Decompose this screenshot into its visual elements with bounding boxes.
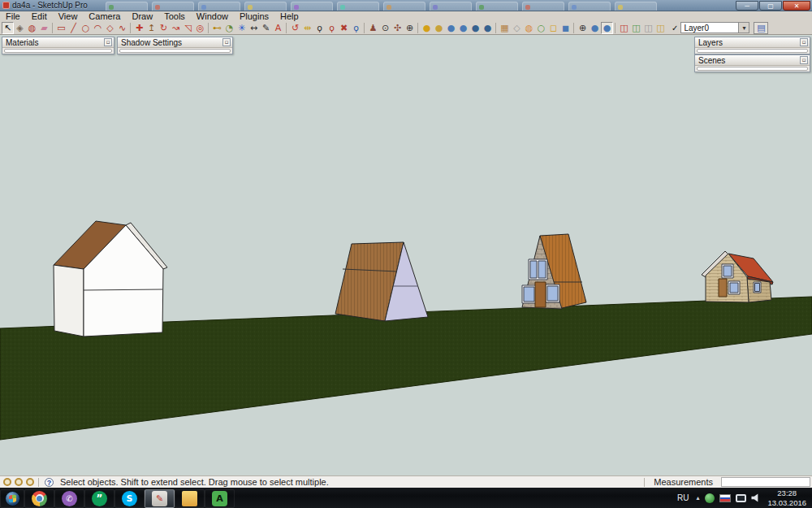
section-plane-icon[interactable]: ◫ bbox=[618, 22, 630, 34]
status-indicator-1-icon[interactable] bbox=[3, 478, 11, 486]
russian-flag-icon[interactable] bbox=[719, 494, 731, 502]
taskbar-explorer[interactable] bbox=[175, 489, 205, 508]
zoom-previous-icon[interactable]: ϙ bbox=[350, 22, 362, 34]
start-button[interactable] bbox=[0, 489, 24, 508]
view-top-icon[interactable]: ● bbox=[433, 22, 445, 34]
stone-aframe-lower-window-right[interactable] bbox=[547, 286, 558, 301]
scenes-panel[interactable]: Scenes ▫ bbox=[694, 54, 810, 72]
materials-close-icon[interactable]: ▫ bbox=[104, 38, 112, 46]
position-camera-icon[interactable]: ♟ bbox=[367, 22, 379, 34]
cottage-upper-window[interactable] bbox=[723, 266, 732, 276]
style-hidden-line-icon[interactable]: ◻ bbox=[547, 22, 559, 34]
menu-help[interactable]: Help bbox=[274, 11, 304, 21]
menu-edit[interactable]: Edit bbox=[26, 11, 53, 21]
cottage-side-window[interactable] bbox=[755, 284, 760, 292]
taskbar-skype[interactable]: S bbox=[114, 489, 145, 508]
view-iso-icon[interactable]: ● bbox=[421, 22, 433, 34]
taskbar-clock[interactable]: 23:28 13.03.2016 bbox=[767, 488, 806, 507]
line-icon[interactable]: ╱ bbox=[67, 22, 80, 34]
menu-draw[interactable]: Draw bbox=[126, 11, 158, 21]
minimize-button[interactable]: ─ bbox=[736, 1, 758, 11]
tape-measure-icon[interactable]: ⊷ bbox=[211, 22, 223, 34]
style-textured-icon[interactable]: ▦ bbox=[499, 22, 511, 34]
menu-view[interactable]: View bbox=[53, 11, 84, 21]
menu-plugins[interactable]: Plugins bbox=[234, 11, 274, 21]
style-monochrome-icon[interactable]: ◇ bbox=[511, 22, 523, 34]
shadow-settings-titlebar[interactable]: Shadow Settings ▫ bbox=[118, 37, 232, 48]
layers-panel[interactable]: Layers ▫ bbox=[694, 37, 810, 54]
viewport[interactable]: Materials ▫ Shadow Settings ▫ Layers ▫ S… bbox=[0, 35, 812, 475]
antivirus-tray-icon[interactable] bbox=[705, 493, 715, 503]
section-fill-icon[interactable]: ◫ bbox=[654, 22, 667, 34]
zoom-icon[interactable]: ϙ bbox=[313, 22, 326, 34]
display-tray-icon[interactable] bbox=[736, 494, 746, 502]
measurements-input[interactable] bbox=[721, 477, 810, 487]
section-display-icon[interactable]: ◫ bbox=[630, 22, 642, 34]
dimensions-icon[interactable]: ↔ bbox=[248, 22, 260, 34]
rectangle-icon[interactable]: ▭ bbox=[55, 22, 67, 34]
menu-window[interactable]: Window bbox=[191, 11, 234, 21]
view-left-icon[interactable]: ● bbox=[469, 22, 482, 34]
scenes-panel-titlebar[interactable]: Scenes ▫ bbox=[695, 55, 810, 66]
fog-toggle-icon[interactable]: ● bbox=[601, 22, 613, 34]
stone-aframe-lower-window-left[interactable] bbox=[524, 287, 534, 302]
layer-combo-dropdown-icon[interactable]: ▾ bbox=[739, 22, 749, 33]
follow-me-icon[interactable]: ↝ bbox=[170, 22, 182, 34]
push-pull-icon[interactable]: ↥ bbox=[145, 22, 158, 34]
close-button[interactable]: ✕ bbox=[783, 1, 810, 11]
style-shaded-icon[interactable]: ◼ bbox=[559, 22, 572, 34]
view-right-icon[interactable]: ● bbox=[482, 22, 494, 34]
menu-camera[interactable]: Camera bbox=[83, 11, 126, 21]
polygon-icon[interactable]: ◇ bbox=[104, 22, 116, 34]
section-cuts-icon[interactable]: ◫ bbox=[642, 22, 654, 34]
walk-icon[interactable]: ✣ bbox=[391, 22, 404, 34]
cottage-door[interactable] bbox=[719, 279, 727, 297]
stone-aframe-upper-window-right[interactable] bbox=[538, 261, 546, 278]
text-icon[interactable]: ✎ bbox=[260, 22, 272, 34]
scene-canvas[interactable] bbox=[0, 35, 812, 475]
move-icon[interactable]: ✚ bbox=[133, 22, 145, 34]
eraser-icon[interactable]: ▰ bbox=[38, 22, 50, 34]
circle-icon[interactable]: ○ bbox=[80, 22, 92, 34]
view-back-icon[interactable]: ● bbox=[457, 22, 469, 34]
select-icon[interactable]: ↖ bbox=[2, 22, 14, 34]
layers-panel-titlebar[interactable]: Layers ▫ bbox=[695, 37, 810, 48]
taskbar-viber[interactable]: ✆ bbox=[54, 489, 84, 508]
status-indicator-2-icon[interactable] bbox=[15, 478, 23, 486]
shadow-settings-close-icon[interactable]: ▫ bbox=[222, 38, 231, 46]
materials-panel-titlebar[interactable]: Materials ▫ bbox=[2, 37, 114, 48]
3d-text-icon[interactable]: A bbox=[272, 22, 284, 34]
status-indicator-3-icon[interactable] bbox=[26, 478, 34, 486]
freehand-icon[interactable]: ∿ bbox=[116, 22, 128, 34]
taskbar-chrome[interactable] bbox=[24, 489, 54, 508]
look-around-icon[interactable]: ⊙ bbox=[379, 22, 391, 34]
house-white-side-wall[interactable] bbox=[54, 265, 84, 336]
menu-file[interactable]: File bbox=[0, 11, 26, 21]
stone-aframe-upper-window-left[interactable] bbox=[530, 261, 537, 278]
zoom-window-icon[interactable]: ϙ bbox=[326, 22, 338, 34]
arc-icon[interactable]: ◠ bbox=[92, 22, 104, 34]
paint-bucket-icon[interactable]: ◍ bbox=[26, 22, 38, 34]
taskbar-sketchup[interactable]: ✎ bbox=[145, 489, 175, 508]
pan-icon[interactable]: ⇹ bbox=[301, 22, 313, 34]
layer-combobox[interactable]: ✓ Layer0 ▾ bbox=[672, 22, 749, 33]
make-component-icon[interactable]: ◈ bbox=[14, 22, 26, 34]
materials-panel[interactable]: Materials ▫ bbox=[2, 37, 114, 54]
layer-combo-value[interactable]: Layer0 bbox=[680, 22, 739, 33]
tray-expand-icon[interactable]: ▴ bbox=[693, 494, 702, 501]
offset-icon[interactable]: ◎ bbox=[194, 22, 206, 34]
help-icon[interactable]: ? bbox=[45, 478, 54, 487]
layer-manager-button[interactable]: ▤ bbox=[754, 22, 768, 34]
scenes-close-icon[interactable]: ▫ bbox=[800, 56, 808, 64]
protractor-icon[interactable]: ◔ bbox=[223, 22, 235, 34]
volume-icon[interactable] bbox=[751, 493, 760, 502]
orbit-icon[interactable]: ↺ bbox=[289, 22, 301, 34]
scale-icon[interactable]: ◹ bbox=[182, 22, 194, 34]
layers-close-icon[interactable]: ▫ bbox=[800, 38, 808, 46]
rotate-icon[interactable]: ↻ bbox=[158, 22, 170, 34]
geolocation-icon[interactable]: ⊕ bbox=[577, 22, 589, 34]
language-indicator[interactable]: RU bbox=[673, 492, 693, 504]
shadows-toggle-icon[interactable]: ● bbox=[589, 22, 601, 34]
menu-tools[interactable]: Tools bbox=[158, 11, 191, 21]
taskbar-aimp[interactable]: A bbox=[205, 489, 235, 508]
